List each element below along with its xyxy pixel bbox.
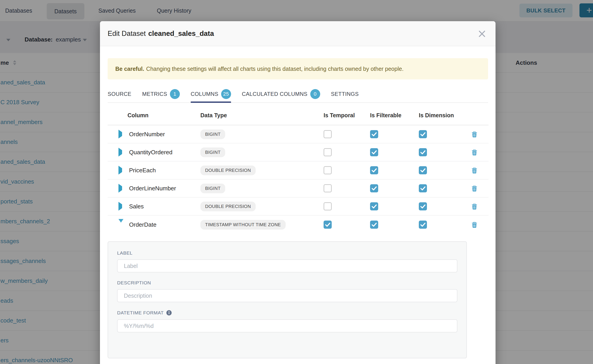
columns-table: Column Data Type Is Temporal Is Filterab… <box>108 106 488 234</box>
trash-icon <box>471 131 478 138</box>
is-temporal-checkbox[interactable] <box>323 130 332 138</box>
is-filterable-checkbox[interactable] <box>370 166 378 174</box>
delete-column-button[interactable] <box>460 167 488 174</box>
tab-label: SETTINGS <box>331 91 359 97</box>
data-type-cell: BIGINT <box>200 130 323 139</box>
expand-caret-icon[interactable] <box>119 130 122 138</box>
expand-caret-icon[interactable] <box>119 166 122 175</box>
delete-column-button[interactable] <box>460 185 488 192</box>
delete-column-button[interactable] <box>460 131 488 138</box>
expand-caret-icon[interactable] <box>119 148 122 156</box>
is-temporal-checkbox-cell <box>323 130 370 138</box>
tab-label: COLUMNS <box>191 91 218 97</box>
collapse-caret-icon[interactable] <box>119 219 123 227</box>
warning-text: Changing these settings will affect all … <box>146 66 404 72</box>
is-temporal-checkbox[interactable] <box>323 221 332 229</box>
delete-column-button[interactable] <box>460 203 488 210</box>
tab-label: SOURCE <box>108 91 131 97</box>
data-type-pill: DOUBLE PRECISION <box>200 166 256 175</box>
column-name: OrderNumber <box>126 131 200 138</box>
warning-bold-text: Be careful. <box>115 66 144 72</box>
data-type-cell: BIGINT <box>200 148 323 157</box>
column-row-orderdate: OrderDateTIMESTAMP WITHOUT TIME ZONE <box>108 216 488 234</box>
tab-calculated-columns[interactable]: CALCULATED COLUMNS0 <box>242 86 320 102</box>
info-icon[interactable] <box>166 310 172 316</box>
modal-body: Be careful. Changing these settings will… <box>100 46 495 364</box>
description-field-label: DESCRIPTION <box>117 280 457 286</box>
modal-tabs: SOURCEMETRICS1COLUMNS25CALCULATED COLUMN… <box>108 86 488 103</box>
tab-count-badge: 0 <box>310 89 320 99</box>
is-dimension-checkbox-cell <box>419 166 460 174</box>
screen: DatabasesDatasetsSaved QueriesQuery Hist… <box>0 0 593 364</box>
data-type-pill: BIGINT <box>200 184 225 193</box>
column-editor-panel: LABEL DESCRIPTION DATETIME FORMAT <box>108 241 467 358</box>
label-input[interactable] <box>117 259 457 273</box>
tab-label: METRICS <box>142 91 167 97</box>
data-type-cell: DOUBLE PRECISION <box>200 202 323 211</box>
close-button[interactable] <box>477 29 487 39</box>
tab-count-badge: 1 <box>170 89 180 99</box>
expand-cell <box>108 204 126 208</box>
is-filterable-checkbox-cell <box>370 202 419 210</box>
datetime-format-field-label: DATETIME FORMAT <box>117 310 457 316</box>
trash-icon <box>471 221 478 228</box>
is-filterable-checkbox[interactable] <box>370 148 378 156</box>
column-row-ordernumber: OrderNumberBIGINT <box>108 125 488 143</box>
expand-caret-icon[interactable] <box>119 202 122 211</box>
tab-count-badge: 25 <box>221 89 231 99</box>
is-dimension-checkbox-cell <box>419 130 460 138</box>
is-temporal-checkbox-cell <box>323 202 370 210</box>
column-name: QuantityOrdered <box>126 149 200 156</box>
is-temporal-checkbox[interactable] <box>323 148 332 156</box>
tab-settings[interactable]: SETTINGS <box>331 86 359 102</box>
is-temporal-checkbox-cell <box>323 221 370 229</box>
is-filterable-checkbox[interactable] <box>370 130 378 138</box>
is-temporal-checkbox[interactable] <box>323 202 332 210</box>
expand-cell <box>108 186 126 190</box>
is-dimension-checkbox[interactable] <box>419 148 427 156</box>
modal-title: Edit Dataset cleaned_sales_data <box>108 21 214 46</box>
is-dimension-header: Is Dimension <box>419 112 460 119</box>
is-filterable-header: Is Filterable <box>370 112 419 119</box>
is-temporal-checkbox-cell <box>323 148 370 156</box>
is-dimension-checkbox[interactable] <box>419 221 427 229</box>
delete-column-button[interactable] <box>460 221 488 228</box>
is-filterable-checkbox-cell <box>370 130 419 138</box>
data-type-header: Data Type <box>200 112 323 119</box>
column-name: Sales <box>126 203 200 210</box>
is-filterable-checkbox[interactable] <box>370 202 378 210</box>
datetime-format-input[interactable] <box>117 319 457 332</box>
delete-column-button[interactable] <box>460 149 488 156</box>
is-filterable-checkbox-cell <box>370 148 419 156</box>
is-dimension-checkbox[interactable] <box>419 166 427 174</box>
tab-metrics[interactable]: METRICS1 <box>142 86 180 102</box>
trash-icon <box>471 167 478 174</box>
is-filterable-checkbox-cell <box>370 166 419 174</box>
expand-caret-icon[interactable] <box>119 184 122 193</box>
description-input[interactable] <box>117 289 457 302</box>
expand-cell <box>108 150 126 154</box>
close-icon <box>477 29 487 38</box>
tab-columns[interactable]: COLUMNS25 <box>191 86 231 102</box>
is-temporal-checkbox-cell <box>323 184 370 192</box>
is-filterable-checkbox-cell <box>370 221 419 229</box>
column-name: OrderDate <box>126 221 200 228</box>
is-dimension-checkbox[interactable] <box>419 184 427 192</box>
is-dimension-checkbox-cell <box>419 184 460 192</box>
trash-icon <box>471 203 478 210</box>
tab-source[interactable]: SOURCE <box>108 86 131 102</box>
is-filterable-checkbox[interactable] <box>370 184 378 192</box>
is-filterable-checkbox[interactable] <box>370 221 378 229</box>
is-dimension-checkbox[interactable] <box>419 202 427 210</box>
columns-table-rows: OrderNumberBIGINTQuantityOrderedBIGINTPr… <box>108 125 488 234</box>
trash-icon <box>471 149 478 156</box>
label-field-label: LABEL <box>117 250 457 256</box>
description-field-label-text: DESCRIPTION <box>117 280 151 286</box>
trash-icon <box>471 185 478 192</box>
expand-cell <box>108 223 126 227</box>
is-dimension-checkbox[interactable] <box>419 130 427 138</box>
is-temporal-checkbox[interactable] <box>323 184 332 192</box>
is-dimension-checkbox-cell <box>419 202 460 210</box>
is-temporal-checkbox[interactable] <box>323 166 332 174</box>
column-row-sales: SalesDOUBLE PRECISION <box>108 198 488 216</box>
